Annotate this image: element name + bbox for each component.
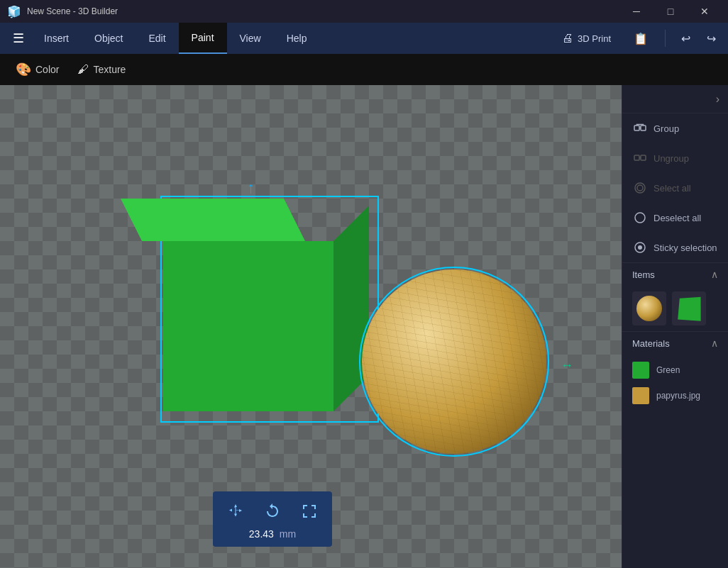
menu-view[interactable]: View	[227, 23, 274, 54]
bottom-toolbar: 23.43 mm	[213, 491, 332, 547]
svg-rect-0	[634, 126, 639, 130]
color-tool[interactable]: 🎨 Color	[9, 59, 66, 80]
maximize-button[interactable]: □	[654, 0, 687, 23]
sphere-mesh	[362, 269, 546, 454]
window-controls: ─ □ ✕	[620, 0, 721, 23]
cube-object[interactable]: ↑ ↔	[163, 199, 376, 418]
3d-print-button[interactable]: 🖨 3D Print	[553, 27, 619, 50]
app-icon: 🧊	[7, 5, 21, 18]
svg-point-6	[635, 213, 645, 223]
main-area: ↑ ↔ ↔	[0, 85, 728, 568]
item-cube-thumb[interactable]	[672, 291, 706, 325]
svg-rect-2	[634, 155, 639, 160]
chevron-right-icon: ›	[716, 93, 719, 106]
menubar: ☰ Insert Object Edit Paint View Help 🖨 3…	[0, 23, 728, 54]
window-title: New Scene - 3D Builder	[21, 6, 620, 16]
redo-button[interactable]: ↪	[700, 27, 722, 50]
sphere-object[interactable]: ↔	[362, 269, 546, 454]
materials-label: Materials	[632, 338, 670, 349]
material-papyrus[interactable]: papyrus.jpg	[622, 383, 728, 408]
menu-right: 🖨 3D Print 📋 ↩ ↪	[553, 27, 722, 50]
cube-thumbnail	[678, 297, 700, 321]
select-all-button[interactable]: Select all	[622, 173, 728, 203]
move-tool-button[interactable]	[223, 499, 248, 524]
green-swatch	[632, 362, 649, 379]
viewport[interactable]: ↑ ↔ ↔	[0, 85, 622, 568]
ungroup-icon	[632, 150, 648, 166]
menu-edit[interactable]: Edit	[136, 23, 178, 54]
texture-tool[interactable]: 🖌 Texture	[70, 60, 133, 79]
group-button[interactable]: Group	[622, 113, 728, 143]
divider	[665, 30, 666, 47]
items-label: Items	[632, 269, 655, 280]
menu-help[interactable]: Help	[274, 23, 320, 54]
svg-point-5	[637, 185, 643, 191]
scale-tool-button[interactable]	[297, 499, 322, 524]
undo-redo-group: ↩ ↪	[674, 27, 722, 50]
sticky-label: Sticky selection	[653, 243, 717, 253]
deselect-all-button[interactable]: Deselect all	[622, 203, 728, 233]
materials-collapse-icon: ∧	[711, 338, 718, 349]
minimize-button[interactable]: ─	[620, 0, 653, 23]
svg-rect-3	[641, 155, 646, 160]
cube-mesh	[163, 199, 376, 418]
materials-list: Green papyrus.jpg	[622, 355, 728, 411]
svg-point-8	[638, 245, 642, 250]
print-icon: 🖨	[562, 32, 573, 45]
right-panel: › Group Ungroup	[622, 85, 728, 568]
menu-object[interactable]: Object	[82, 23, 136, 54]
item-sphere-thumb[interactable]	[632, 291, 666, 325]
materials-section-header[interactable]: Materials ∧	[622, 331, 728, 355]
sphere-right-arrow[interactable]: ↔	[561, 358, 573, 373]
items-collapse-icon: ∧	[711, 269, 718, 280]
menu-paint[interactable]: Paint	[179, 23, 227, 54]
svg-point-4	[635, 183, 645, 193]
ungroup-button[interactable]: Ungroup	[622, 143, 728, 173]
paint-toolbar: 🎨 Color 🖌 Texture	[0, 54, 728, 85]
sticky-selection-button[interactable]: Sticky selection	[622, 233, 728, 262]
menu-items: Insert Object Edit Paint View Help	[31, 23, 553, 54]
deselect-all-label: Deselect all	[653, 213, 701, 223]
items-section-header[interactable]: Items ∧	[622, 262, 728, 286]
cube-front-face	[163, 241, 333, 411]
hamburger-menu[interactable]: ☰	[6, 23, 31, 54]
share-icon: 📋	[634, 32, 648, 45]
group-label: Group	[653, 123, 679, 134]
material-green[interactable]: Green	[622, 357, 728, 383]
sphere-texture	[362, 269, 546, 454]
items-grid	[622, 286, 728, 331]
select-all-label: Select all	[653, 183, 691, 194]
cube-top-arrow[interactable]: ↑	[247, 179, 255, 197]
panel-expand-button[interactable]: ›	[622, 85, 728, 113]
menu-insert[interactable]: Insert	[31, 23, 82, 54]
size-display: 23.43 mm	[249, 528, 296, 540]
titlebar: 🧊 New Scene - 3D Builder ─ □ ✕	[0, 0, 728, 23]
close-button[interactable]: ✕	[688, 0, 721, 23]
size-unit: mm	[280, 528, 296, 540]
sphere-thumbnail	[636, 296, 662, 321]
group-icon	[632, 121, 648, 136]
select-all-icon	[632, 180, 648, 196]
papyrus-label: papyrus.jpg	[656, 391, 700, 401]
rotate-tool-button[interactable]	[260, 499, 285, 524]
deselect-all-icon	[632, 210, 648, 225]
share-button[interactable]: 📋	[625, 27, 656, 50]
texture-icon: 🖌	[77, 63, 89, 76]
svg-rect-1	[641, 126, 646, 130]
ungroup-label: Ungroup	[653, 153, 689, 164]
papyrus-swatch	[632, 387, 649, 404]
sticky-icon	[632, 240, 648, 255]
undo-button[interactable]: ↩	[674, 27, 697, 50]
green-label: Green	[656, 365, 680, 375]
size-value: 23.43	[249, 528, 274, 540]
tool-buttons	[223, 499, 322, 524]
color-icon: 🎨	[16, 62, 31, 77]
